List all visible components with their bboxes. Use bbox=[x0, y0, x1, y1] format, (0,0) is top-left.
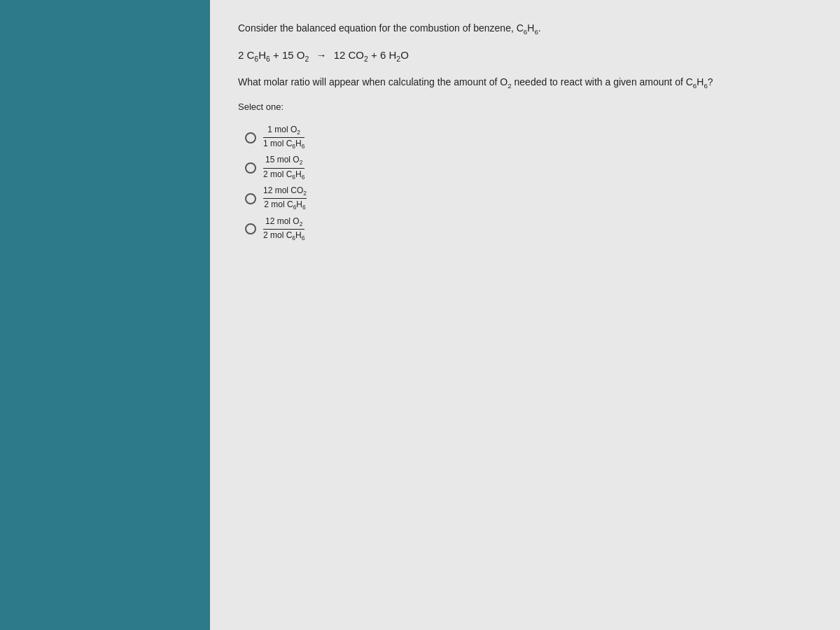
option-fraction-4: 12 mol O2 2 mol C6H6 bbox=[263, 216, 304, 243]
option-fraction-2: 15 mol O2 2 mol C6H6 bbox=[263, 155, 304, 181]
option-4-numerator: 12 mol O2 bbox=[263, 216, 304, 230]
option-row-3: 12 mol CO2 2 mol C6H6 bbox=[245, 186, 812, 212]
option-4-denominator: 2 mol C6H6 bbox=[263, 230, 304, 242]
option-fraction-3: 12 mol CO2 2 mol C6H6 bbox=[263, 186, 307, 212]
radio-option-2[interactable] bbox=[245, 162, 256, 174]
option-2-numerator: 15 mol O2 bbox=[263, 155, 304, 168]
radio-option-3[interactable] bbox=[245, 193, 256, 204]
question-intro: Consider the balanced equation for the c… bbox=[238, 21, 812, 37]
main-content: Consider the balanced equation for the c… bbox=[210, 0, 840, 630]
left-panel bbox=[0, 0, 210, 630]
options-container: 1 mol O2 1 mol C6H6 15 mol O2 2 mol C6H6… bbox=[245, 125, 812, 243]
option-3-numerator: 12 mol CO2 bbox=[263, 186, 307, 199]
radio-option-1[interactable] bbox=[245, 132, 256, 144]
option-row-1: 1 mol O2 1 mol C6H6 bbox=[245, 125, 812, 151]
select-one-label: Select one: bbox=[238, 102, 812, 112]
option-row-2: 15 mol O2 2 mol C6H6 bbox=[245, 155, 812, 181]
equation: 2 C6H6 + 15 O2 → 12 CO2 + 6 H2O bbox=[238, 47, 812, 65]
radio-option-4[interactable] bbox=[245, 223, 256, 234]
option-1-numerator: 1 mol O2 bbox=[263, 125, 304, 138]
option-fraction-1: 1 mol O2 1 mol C6H6 bbox=[263, 125, 304, 151]
option-row-4: 12 mol O2 2 mol C6H6 bbox=[245, 216, 812, 243]
option-1-denominator: 1 mol C6H6 bbox=[263, 138, 304, 150]
option-2-denominator: 2 mol C6H6 bbox=[263, 169, 304, 181]
option-3-denominator: 2 mol C6H6 bbox=[263, 199, 307, 211]
question-body: What molar ratio will appear when calcul… bbox=[238, 75, 812, 91]
